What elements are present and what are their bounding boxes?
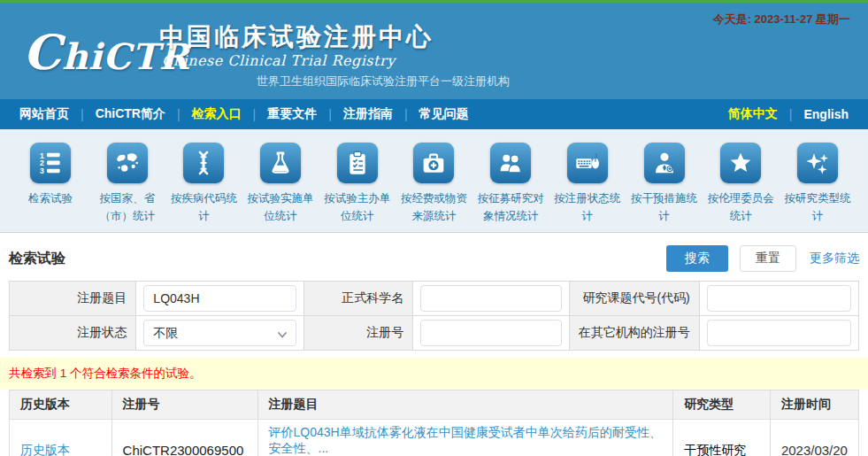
nav-guide[interactable]: 注册指南 bbox=[343, 106, 393, 122]
trial-reg-date: 2023/03/20 bbox=[770, 420, 858, 456]
search-button[interactable]: 搜索 bbox=[666, 245, 728, 272]
quicklink-stats-by-region[interactable]: 按国家、省（市）统计 bbox=[89, 143, 165, 232]
nav-divider: | bbox=[789, 107, 793, 121]
quicklink-label: 检索试验 bbox=[12, 189, 88, 207]
site-title-en: Chinese Clinical Trial Registry bbox=[162, 52, 396, 69]
col-header-study-type: 研究类型 bbox=[673, 390, 771, 420]
col-header-title: 注册题目 bbox=[257, 390, 673, 420]
nav-faq[interactable]: 常见问题 bbox=[419, 106, 469, 122]
lang-simplified-chinese[interactable]: 简体中文 bbox=[728, 106, 778, 122]
nav-divider: | bbox=[328, 107, 332, 121]
study-code-label: 研究课题代号(代码) bbox=[569, 282, 699, 316]
table-row: 历史版本 ChiCTR2300069500 评价LQ043H单域抗体雾化液在中国… bbox=[10, 420, 859, 456]
keyboard-mouse-icon bbox=[567, 143, 608, 183]
quicklink-search-trials[interactable]: 123 检索试验 bbox=[12, 143, 88, 232]
clipboard-icon bbox=[337, 143, 378, 183]
quicklinks-strip: 123 检索试验 按国家、省（市）统计 按疾病代码统计 按试验实施单位统计 按试… bbox=[0, 129, 868, 233]
reg-number-label: 注册号 bbox=[304, 316, 413, 351]
reg-title-label: 注册题目 bbox=[10, 282, 136, 316]
quicklink-stats-by-disease-code[interactable]: 按疾病代码统计 bbox=[165, 143, 242, 232]
site-header: ChiCTR 中国临床试验注册中心 Chinese Clinical Trial… bbox=[0, 3, 868, 99]
scientific-name-input[interactable] bbox=[420, 285, 561, 312]
quicklink-label: 按干预措施统计 bbox=[626, 189, 703, 225]
other-reg-number-input[interactable] bbox=[707, 320, 851, 346]
medical-bag-icon bbox=[413, 143, 454, 183]
results-table: 历史版本 注册号 注册题目 研究类型 注册时间 历史版本 ChiCTR23000… bbox=[9, 390, 859, 456]
col-header-reg-date: 注册时间 bbox=[770, 390, 858, 420]
quicklink-label: 按伦理委员会统计 bbox=[703, 189, 779, 225]
reg-title-input[interactable] bbox=[143, 285, 296, 312]
reg-status-select[interactable]: 不限 bbox=[143, 320, 296, 346]
quicklink-label: 按经费或物资来源统计 bbox=[396, 189, 472, 225]
main-content: 检索试验 搜索 重置 更多筛选 注册题目 正式科学名 研究课题代号(代码) 注册… bbox=[0, 245, 868, 456]
nav-search-entry[interactable]: 检索入口 bbox=[192, 106, 242, 122]
nav-divider: | bbox=[177, 107, 181, 121]
numbered-list-icon: 123 bbox=[30, 143, 71, 183]
lang-english[interactable]: English bbox=[803, 107, 849, 121]
scientific-name-label: 正式科学名 bbox=[304, 282, 413, 316]
nav-divider: | bbox=[81, 107, 84, 121]
quicklink-label: 按试验主办单位统计 bbox=[319, 189, 396, 225]
reset-button[interactable]: 重置 bbox=[740, 245, 796, 272]
quicklink-stats-by-funding-source[interactable]: 按经费或物资来源统计 bbox=[396, 143, 472, 232]
page-title: 检索试验 bbox=[9, 250, 65, 268]
svg-text:3: 3 bbox=[40, 166, 44, 175]
reg-status-label: 注册状态 bbox=[10, 316, 136, 351]
quicklink-label: 按国家、省（市）统计 bbox=[89, 189, 165, 225]
sparkles-icon bbox=[797, 143, 838, 183]
site-subtitle: 世界卫生组织国际临床试验注册平台一级注册机构 bbox=[257, 73, 510, 89]
quicklink-label: 按疾病代码统计 bbox=[165, 189, 242, 225]
flask-icon bbox=[260, 143, 301, 183]
results-summary: 共检索到 1 个符合检索条件的试验。 bbox=[0, 358, 868, 390]
world-map-icon bbox=[107, 143, 148, 183]
study-code-input[interactable] bbox=[707, 285, 851, 312]
quicklink-stats-by-implementing-unit[interactable]: 按试验实施单位统计 bbox=[242, 143, 319, 232]
doctor-icon bbox=[644, 143, 685, 183]
col-header-history: 历史版本 bbox=[10, 390, 112, 420]
other-reg-number-label: 在其它机构的注册号 bbox=[569, 316, 699, 351]
trial-study-type: 干预性研究 bbox=[673, 420, 771, 456]
nav-home[interactable]: 网站首页 bbox=[19, 106, 69, 122]
main-nav: 网站首页 | ChiCTR简介 | 检索入口 | 重要文件 | 注册指南 | 常… bbox=[0, 99, 868, 129]
col-header-reg-number: 注册号 bbox=[111, 390, 257, 420]
reg-number-input[interactable] bbox=[420, 320, 561, 346]
quicklink-label: 按研究类型统计 bbox=[780, 189, 856, 225]
history-version-link[interactable]: 历史版本 bbox=[20, 443, 70, 456]
nav-about[interactable]: ChiCTR简介 bbox=[96, 106, 165, 122]
nav-divider: | bbox=[253, 107, 257, 121]
current-date: 今天是: 2023-11-27 星期一 bbox=[713, 12, 850, 27]
star-icon bbox=[720, 143, 761, 183]
quicklink-stats-by-registration-status[interactable]: 按注册状态统计 bbox=[549, 143, 626, 232]
results-header-row: 历史版本 注册号 注册题目 研究类型 注册时间 bbox=[10, 390, 859, 420]
quicklink-stats-by-study-type[interactable]: 按研究类型统计 bbox=[780, 143, 856, 232]
trial-title-link[interactable]: 评价LQ043H单域抗体雾化液在中国健康受试者中单次给药后的耐受性、安全性、..… bbox=[269, 425, 662, 455]
people-group-icon bbox=[490, 143, 531, 183]
quicklink-stats-by-ethics-committee[interactable]: 按伦理委员会统计 bbox=[703, 143, 779, 232]
quicklink-stats-by-sponsor[interactable]: 按试验主办单位统计 bbox=[319, 143, 396, 232]
nav-divider: | bbox=[404, 107, 408, 121]
quicklink-label: 按试验实施单位统计 bbox=[242, 189, 319, 225]
quicklink-label: 按注册状态统计 bbox=[549, 189, 626, 225]
quicklink-stats-by-recruitment[interactable]: 按征募研究对象情况统计 bbox=[472, 143, 549, 232]
quicklink-stats-by-intervention[interactable]: 按干预措施统计 bbox=[626, 143, 703, 232]
search-form: 注册题目 正式科学名 研究课题代号(代码) 注册状态 不限 注册号 在其它机构的… bbox=[9, 281, 859, 351]
site-title-zh: 中国临床试验注册中心 bbox=[159, 20, 434, 54]
quicklink-label: 按征募研究对象情况统计 bbox=[472, 189, 549, 225]
more-filters-link[interactable]: 更多筛选 bbox=[810, 251, 859, 267]
trial-reg-number: ChiCTR2300069500 bbox=[111, 420, 257, 456]
dna-icon bbox=[183, 143, 224, 183]
nav-documents[interactable]: 重要文件 bbox=[267, 106, 317, 122]
